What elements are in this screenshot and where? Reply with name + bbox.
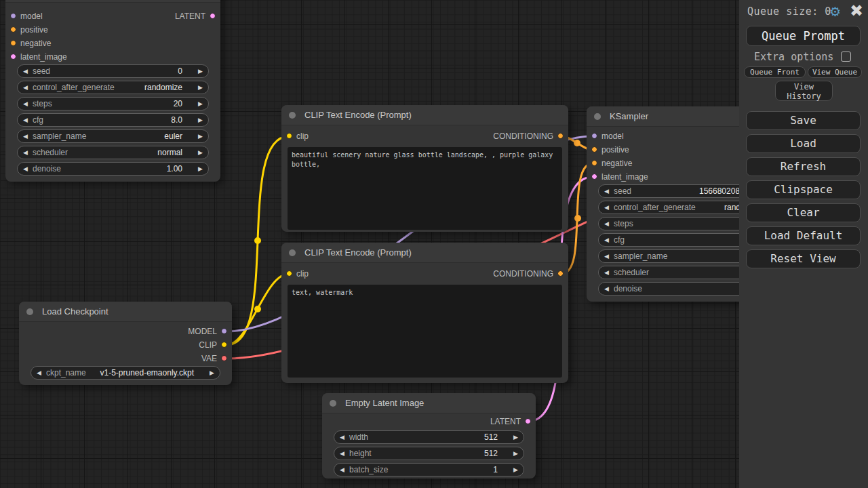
node-title: CLIP Text Encode (Prompt) [304, 247, 412, 258]
next-arrow-icon[interactable]: ▶ [210, 367, 214, 379]
widget-ckpt-name[interactable]: ◀ckpt_namev1-5-pruned-emaonly.ckpt▶ [31, 366, 220, 380]
decrement-arrow-icon[interactable]: ◀ [23, 163, 28, 175]
widget-denoise[interactable]: ◀denoise1.00▶ [17, 162, 209, 176]
node-title-bar[interactable]: CLIP Text Encode (Prompt) [281, 243, 568, 263]
input-positive[interactable]: positive [5, 23, 220, 37]
node-collapse-dot[interactable] [289, 112, 296, 119]
increment-arrow-icon[interactable]: ▶ [198, 114, 203, 126]
widget-control-after-generate[interactable]: ◀control_after_generaterandomize▶ [17, 81, 209, 94]
latent-port-icon[interactable] [525, 418, 531, 424]
latent-port-icon[interactable] [10, 54, 16, 60]
queue-front-button[interactable]: Queue Front [744, 66, 806, 78]
increment-arrow-icon[interactable]: ▶ [513, 464, 518, 476]
wire-clip-to-positive-prompt [226, 136, 289, 345]
decrement-arrow-icon[interactable]: ◀ [604, 218, 609, 230]
widget-batch-size[interactable]: ◀batch_size1▶ [334, 463, 524, 476]
conditioning-port-icon[interactable] [10, 26, 16, 33]
settings-gear-icon[interactable]: ⚙ [829, 4, 841, 19]
decrement-arrow-icon[interactable]: ◀ [604, 234, 609, 246]
output-conditioning[interactable]: CONDITIONING [281, 267, 568, 281]
save-button[interactable]: Save [746, 111, 861, 130]
conditioning-port-icon[interactable] [557, 133, 564, 139]
conditioning-port-icon[interactable] [591, 160, 597, 166]
decrement-arrow-icon[interactable]: ◀ [604, 185, 609, 197]
prompt-textarea[interactable]: text, watermark [288, 285, 562, 378]
node-load-checkpoint: Load Checkpoint MODEL CLIP VAE ◀ckpt_nam… [19, 302, 232, 385]
decrement-arrow-icon[interactable]: ◀ [23, 114, 28, 126]
widget-seed[interactable]: ◀seed0▶ [17, 64, 209, 78]
decrement-arrow-icon[interactable]: ◀ [23, 65, 28, 77]
decrement-arrow-icon[interactable]: ◀ [340, 447, 344, 460]
widget-cfg[interactable]: ◀cfg8.0▶ [17, 113, 209, 127]
wire-clip-to-negative-prompt [226, 274, 289, 345]
decrement-arrow-icon[interactable]: ◀ [604, 250, 609, 262]
refresh-button[interactable]: Refresh [746, 157, 861, 176]
close-icon[interactable]: ✖ [850, 3, 863, 19]
increment-arrow-icon[interactable]: ▶ [198, 130, 203, 142]
increment-arrow-icon[interactable]: ▶ [198, 65, 203, 77]
node-title-bar[interactable]: Empty Latent Image [322, 393, 536, 413]
decrement-arrow-icon[interactable]: ◀ [604, 283, 609, 295]
node-title: Load Checkpoint [42, 306, 108, 317]
reset-view-button[interactable]: Reset View [746, 249, 861, 268]
input-latent-image[interactable]: latent_image [5, 50, 220, 64]
output-model[interactable]: MODEL [19, 325, 232, 338]
widget-width[interactable]: ◀width512▶ [334, 430, 524, 444]
widget-steps[interactable]: ◀steps20▶ [17, 97, 209, 110]
clear-button[interactable]: Clear [746, 203, 861, 222]
load-button[interactable]: Load [746, 134, 861, 153]
model-port-icon[interactable] [221, 328, 227, 334]
output-vae[interactable]: VAE [19, 352, 232, 365]
widget-height[interactable]: ◀height512▶ [334, 447, 524, 460]
decrement-arrow-icon[interactable]: ◀ [340, 431, 344, 443]
decrement-arrow-icon[interactable]: ◀ [604, 201, 609, 214]
decrement-arrow-icon[interactable]: ◀ [23, 81, 28, 94]
increment-arrow-icon[interactable]: ▶ [513, 447, 518, 460]
node-title: KSampler [610, 111, 648, 121]
node-title-bar[interactable]: Load Checkpoint [19, 302, 232, 322]
clip-port-icon[interactable] [221, 342, 227, 348]
clipspace-button[interactable]: Clipspace [746, 180, 861, 199]
node-title-bar[interactable]: KSampler [5, 0, 220, 3]
output-latent[interactable]: LATENT [5, 9, 220, 23]
view-queue-button[interactable]: View Queue [808, 66, 862, 78]
widget-scheduler[interactable]: ◀schedulernormal▶ [17, 146, 209, 159]
queue-prompt-button[interactable]: Queue Prompt [746, 26, 861, 46]
output-latent[interactable]: LATENT [322, 415, 536, 428]
node-graph-canvas[interactable]: KSampler model LATENT positive negative … [0, 0, 868, 488]
load-default-button[interactable]: Load Default [746, 226, 861, 245]
decrement-arrow-icon[interactable]: ◀ [23, 98, 28, 110]
conditioning-port-icon[interactable] [557, 270, 564, 277]
queue-size-label: Queue size: 0 [747, 5, 831, 18]
decrement-arrow-icon[interactable]: ◀ [604, 266, 609, 279]
conditioning-port-icon[interactable] [591, 146, 597, 152]
view-history-button[interactable]: View History [775, 81, 833, 101]
increment-arrow-icon[interactable]: ▶ [198, 81, 203, 94]
latent-port-icon[interactable] [591, 174, 597, 180]
increment-arrow-icon[interactable]: ▶ [198, 146, 203, 159]
extra-options-checkbox[interactable] [841, 52, 851, 62]
input-negative[interactable]: negative [5, 37, 220, 50]
output-clip[interactable]: CLIP [19, 338, 232, 352]
node-collapse-dot[interactable] [330, 400, 336, 407]
prompt-textarea[interactable]: beautiful scenery nature glass bottle la… [288, 147, 562, 230]
increment-arrow-icon[interactable]: ▶ [198, 98, 203, 110]
conditioning-port-icon[interactable] [10, 40, 16, 46]
increment-arrow-icon[interactable]: ▶ [513, 431, 518, 443]
decrement-arrow-icon[interactable]: ◀ [23, 130, 28, 142]
increment-arrow-icon[interactable]: ▶ [198, 163, 203, 175]
link-midpoint-dot [254, 306, 261, 312]
node-collapse-dot[interactable] [289, 249, 296, 256]
decrement-arrow-icon[interactable]: ◀ [23, 146, 28, 159]
node-title-bar[interactable]: CLIP Text Encode (Prompt) [281, 105, 568, 125]
vae-port-icon[interactable] [221, 355, 227, 361]
decrement-arrow-icon[interactable]: ◀ [340, 464, 344, 476]
model-port-icon[interactable] [591, 133, 597, 139]
latent-port-icon[interactable] [210, 13, 216, 19]
output-conditioning[interactable]: CONDITIONING [281, 129, 568, 143]
link-midpoint-dot [254, 237, 261, 244]
prev-arrow-icon[interactable]: ◀ [37, 367, 41, 379]
node-collapse-dot[interactable] [594, 113, 601, 120]
node-collapse-dot[interactable] [26, 308, 33, 315]
widget-sampler-name[interactable]: ◀sampler_nameeuler▶ [17, 129, 209, 143]
